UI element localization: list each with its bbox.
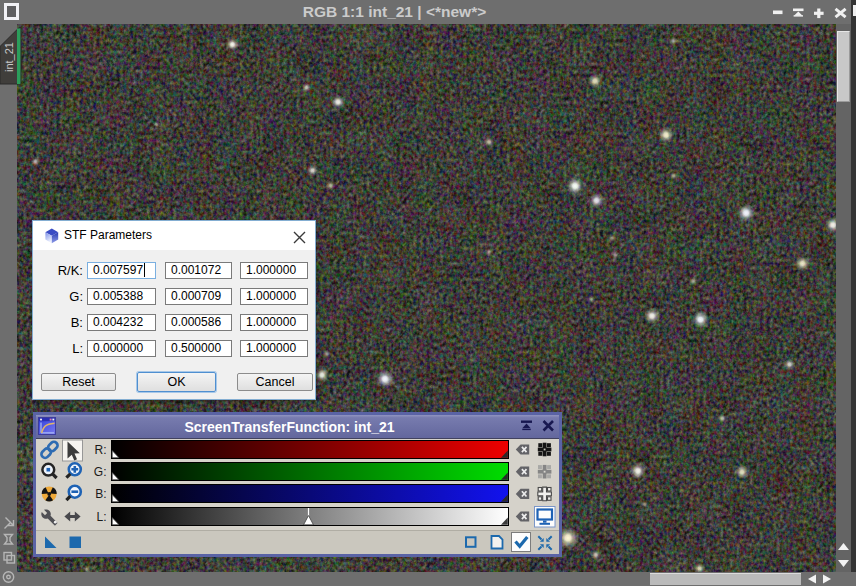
svg-text:ScreenTransferFunction: int_21: ScreenTransferFunction: int_21	[184, 419, 394, 435]
svg-text:B:: B:	[95, 487, 106, 501]
svg-text:G:: G:	[94, 465, 107, 479]
svg-text:R:: R:	[95, 443, 107, 457]
svg-text:int_21: int_21	[3, 42, 15, 72]
svg-text:L:: L:	[96, 510, 106, 524]
